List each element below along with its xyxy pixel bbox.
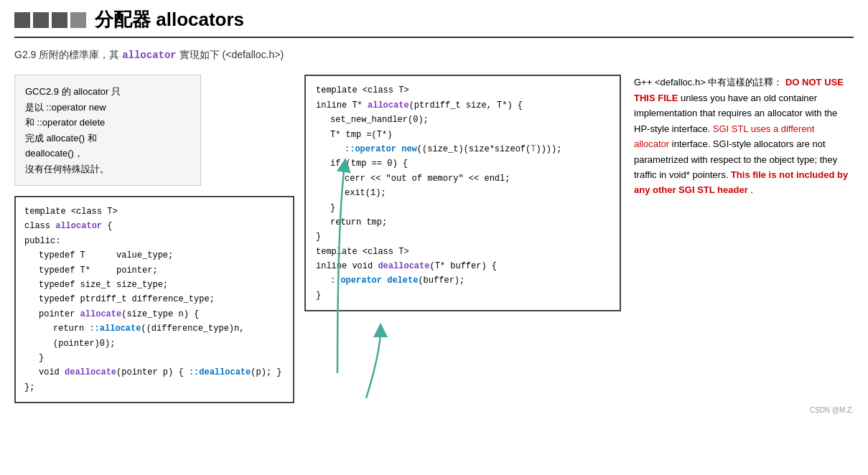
code-line: ::operator delete(buffer);	[330, 273, 610, 288]
code-line: }	[39, 351, 284, 365]
code-line: }	[330, 201, 610, 215]
subtitle-text-before: G2.9 所附的標準庫，其	[14, 49, 122, 60]
code-line: exit(1);	[345, 186, 610, 200]
code-line: set_new_handler(0);	[330, 113, 610, 127]
main-layout: GCC2.9 的 allocator 只是以 ::operator new和 :…	[14, 75, 854, 403]
code-line: if (tmp == 0) {	[330, 156, 610, 171]
comment-period: .	[750, 184, 753, 195]
icon-1	[14, 12, 30, 28]
comment-box: G++ <defalloc.h> 中有這樣的註釋： DO NOT USE THI…	[631, 75, 854, 198]
code-line: ::operator new((size_t)(size*sizeof(T)))…	[345, 142, 610, 156]
icon-3	[52, 12, 67, 28]
subtitle-text-after: 實現如下 (<defalloc.h>)	[177, 49, 284, 60]
code-line: return ::allocate((difference_type)n, (p…	[53, 321, 284, 351]
icon-4	[70, 12, 86, 28]
code-line: public:	[24, 234, 284, 248]
code-line: class allocator {	[24, 219, 284, 233]
csdn-watermark: CSDN @M.Z.	[14, 406, 854, 414]
allocator-code-box: template <class T> class allocator { pub…	[14, 196, 294, 403]
comment-text: G++ <defalloc.h> 中有這樣的註釋： DO NOT USE THI…	[634, 75, 851, 198]
code-line: inline void deallocate(T* buffer) {	[316, 259, 610, 273]
main-code-box: template <class T> inline T* allocate(pt…	[304, 75, 621, 311]
page-header: 分配器 allocators	[14, 7, 854, 38]
subtitle-allocator: allocator	[122, 50, 177, 61]
page-title: 分配器 allocators	[95, 7, 244, 32]
code-line: cerr << "out of memory" << endl;	[345, 171, 610, 186]
subtitle: G2.9 所附的標準庫，其 allocator 實現如下 (<defalloc.…	[14, 47, 854, 63]
code-line: return tmp;	[330, 215, 610, 230]
code-line: pointer allocate(size_type n) {	[39, 307, 284, 321]
comment-intro: G++ <defalloc.h> 中有這樣的註釋：	[634, 77, 783, 88]
code-line: template <class T>	[24, 204, 284, 219]
header-icons	[14, 12, 86, 28]
code-line: typedef T value_type;	[39, 248, 284, 263]
code-line: template <class T>	[316, 245, 610, 259]
code-line: void deallocate(pointer p) { ::deallocat…	[39, 365, 284, 380]
code-line: template <class T>	[316, 83, 610, 98]
note-box: GCC2.9 的 allocator 只是以 ::operator new和 :…	[14, 75, 201, 186]
code-line: typedef ptrdiff_t difference_type;	[39, 292, 284, 306]
code-line: typedef size_t size_type;	[39, 278, 284, 292]
code-line: T* tmp =(T*)	[330, 128, 610, 142]
icon-2	[33, 12, 49, 28]
code-line: typedef T* pointer;	[39, 263, 284, 278]
page-container: 分配器 allocators G2.9 所附的標準庫，其 allocator 實…	[14, 7, 854, 414]
code-line: }	[316, 230, 610, 244]
code-line: }	[316, 288, 610, 303]
code-line: inline T* allocate(ptrdiff_t size, T*) {	[316, 98, 610, 113]
code-line: };	[24, 380, 284, 395]
note-text: GCC2.9 的 allocator 只是以 ::operator new和 :…	[25, 86, 121, 174]
